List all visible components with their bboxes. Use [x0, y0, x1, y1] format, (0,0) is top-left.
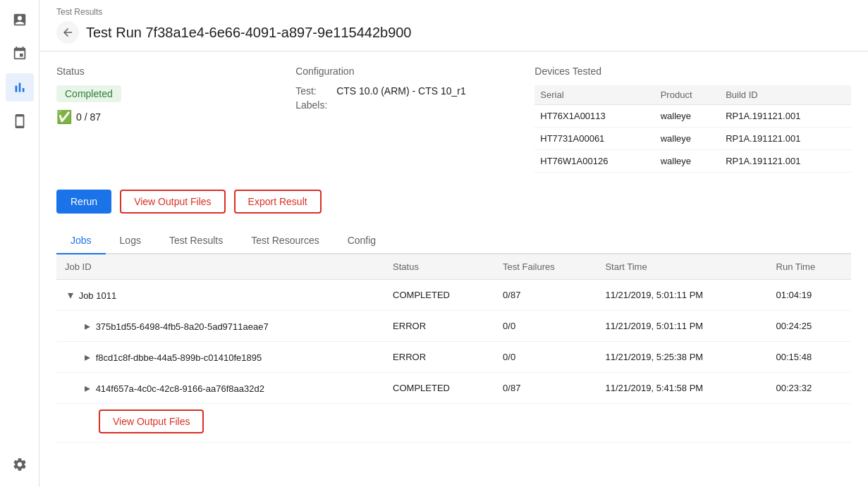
pass-count: ✅ 0 / 87 — [56, 109, 267, 125]
child-run-time: 00:15:48 — [768, 342, 851, 373]
status-badge: Completed — [56, 85, 121, 102]
check-icon: ✅ — [56, 109, 72, 125]
config-test-row: Test: CTS 10.0 (ARM) - CTS 10_r1 — [295, 85, 506, 97]
status-block: Status Completed ✅ 0 / 87 — [56, 66, 267, 173]
job-id-label: Job 1011 — [79, 290, 117, 301]
child-failures: 0/0 — [494, 311, 597, 342]
tab-config[interactable]: Config — [334, 228, 390, 254]
expand-child-button[interactable]: ▸ — [82, 319, 93, 333]
view-output-button[interactable]: View Output Files — [120, 190, 225, 214]
info-section: Status Completed ✅ 0 / 87 Configuration … — [56, 66, 851, 173]
devices-row: HT76X1A00113 walleye RP1A.191121.001 — [534, 105, 851, 128]
devices-col-serial: Serial — [534, 85, 654, 105]
child-status: ERROR — [384, 311, 494, 342]
child-row: ▸ f8cd1c8f-dbbe-44a5-899b-c01410fe1895 E… — [56, 342, 851, 373]
job-start-time: 11/21/2019, 5:01:11 PM — [597, 280, 767, 311]
child-failures: 0/87 — [494, 373, 597, 404]
pass-count-value: 0 / 87 — [76, 111, 101, 123]
tab-test-resources[interactable]: Test Resources — [237, 228, 333, 254]
device-product: walleye — [655, 128, 720, 150]
devices-table: Serial Product Build ID HT76X1A00113 wal… — [534, 85, 851, 173]
device-build: RP1A.191121.001 — [720, 150, 851, 173]
child-id-label: 375b1d55-6498-4fb5-8a20-5ad9711aeae7 — [96, 321, 269, 332]
job-row: ▾ Job 1011 COMPLETED 0/87 11/21/2019, 5:… — [56, 280, 851, 311]
config-labels-label: Labels: — [295, 99, 331, 111]
tab-logs[interactable]: Logs — [106, 228, 155, 254]
back-button[interactable] — [56, 21, 79, 44]
col-start: Start Time — [597, 254, 767, 280]
sidebar-icon-tasks[interactable] — [6, 6, 34, 34]
child-id-label: f8cd1c8f-dbbe-44a5-899b-c01410fe1895 — [96, 352, 262, 363]
tab-jobs[interactable]: Jobs — [56, 228, 106, 254]
export-button[interactable]: Export Result — [234, 190, 322, 214]
child-failures: 0/0 — [494, 342, 597, 373]
child-run-time: 00:23:32 — [768, 373, 851, 404]
jobs-table: Job ID Status Test Failures Start Time R… — [56, 254, 851, 443]
config-test-label: Test: — [295, 85, 331, 97]
child-status: COMPLETED — [384, 373, 494, 404]
config-title: Configuration — [295, 66, 506, 77]
breadcrumb: Test Results — [56, 7, 851, 17]
expand-child-button[interactable]: ▸ — [82, 350, 93, 364]
job-status: COMPLETED — [384, 280, 494, 311]
child-id-cell: ▸ f8cd1c8f-dbbe-44a5-899b-c01410fe1895 — [56, 342, 384, 373]
header: Test Results Test Run 7f38a1e4-6e66-4091… — [39, 0, 868, 51]
devices-title: Devices Tested — [534, 66, 851, 77]
child-id-cell: ▸ 414f657a-4c0c-42c8-9166-aa76f8aa32d2 — [56, 373, 384, 404]
sidebar-icon-results[interactable] — [6, 73, 34, 101]
sidebar-icon-schedule[interactable] — [6, 39, 34, 68]
col-status: Status — [384, 254, 494, 280]
view-output-cell: View Output Files — [56, 404, 851, 443]
child-status: ERROR — [384, 342, 494, 373]
device-serial: HT7731A00061 — [534, 128, 654, 150]
page-title: Test Run 7f38a1e4-6e66-4091-a897-9e11544… — [86, 25, 412, 41]
child-start-time: 11/21/2019, 5:41:58 PM — [597, 373, 767, 404]
config-block: Configuration Test: CTS 10.0 (ARM) - CTS… — [295, 66, 506, 173]
status-title: Status — [56, 66, 267, 77]
sidebar-icon-devices[interactable] — [6, 107, 34, 135]
col-failures: Test Failures — [494, 254, 597, 280]
device-build: RP1A.191121.001 — [720, 105, 851, 128]
content-area: Status Completed ✅ 0 / 87 Configuration … — [39, 51, 868, 487]
config-test-value: CTS 10.0 (ARM) - CTS 10_r1 — [336, 85, 466, 97]
col-job-id: Job ID — [56, 254, 384, 280]
child-id-label: 414f657a-4c0c-42c8-9166-aa76f8aa32d2 — [96, 383, 264, 394]
action-buttons: Rerun View Output Files Export Result — [56, 190, 851, 214]
child-start-time: 11/21/2019, 5:01:11 PM — [597, 311, 767, 342]
expand-child-button[interactable]: ▸ — [82, 381, 93, 395]
config-labels-row: Labels: — [295, 99, 506, 111]
child-row: ▸ 375b1d55-6498-4fb5-8a20-5ad9711aeae7 E… — [56, 311, 851, 342]
sidebar — [0, 0, 39, 487]
devices-row: HT76W1A00126 walleye RP1A.191121.001 — [534, 150, 851, 173]
devices-block: Devices Tested Serial Product Build ID H… — [534, 66, 851, 173]
col-runtime: Run Time — [768, 254, 851, 280]
job-run-time: 01:04:19 — [768, 280, 851, 311]
view-output-small-button[interactable]: View Output Files — [99, 409, 204, 433]
job-id-cell: ▾ Job 1011 — [56, 280, 384, 311]
job-failures: 0/87 — [494, 280, 597, 311]
child-row: ▸ 414f657a-4c0c-42c8-9166-aa76f8aa32d2 C… — [56, 373, 851, 404]
main-content: Test Results Test Run 7f38a1e4-6e66-4091… — [39, 0, 868, 487]
device-build: RP1A.191121.001 — [720, 128, 851, 150]
devices-col-product: Product — [655, 85, 720, 105]
child-start-time: 11/21/2019, 5:25:38 PM — [597, 342, 767, 373]
view-output-row: View Output Files — [56, 404, 851, 443]
devices-row: HT7731A00061 walleye RP1A.191121.001 — [534, 128, 851, 150]
child-run-time: 00:24:25 — [768, 311, 851, 342]
devices-col-build: Build ID — [720, 85, 851, 105]
tab-test-results[interactable]: Test Results — [155, 228, 237, 254]
sidebar-icon-settings[interactable] — [6, 450, 34, 479]
device-serial: HT76W1A00126 — [534, 150, 654, 173]
tabs: JobsLogsTest ResultsTest ResourcesConfig — [56, 228, 851, 254]
rerun-button[interactable]: Rerun — [56, 190, 111, 214]
device-serial: HT76X1A00113 — [534, 105, 654, 128]
expand-job-button[interactable]: ▾ — [65, 288, 76, 302]
device-product: walleye — [655, 150, 720, 173]
child-id-cell: ▸ 375b1d55-6498-4fb5-8a20-5ad9711aeae7 — [56, 311, 384, 342]
device-product: walleye — [655, 105, 720, 128]
